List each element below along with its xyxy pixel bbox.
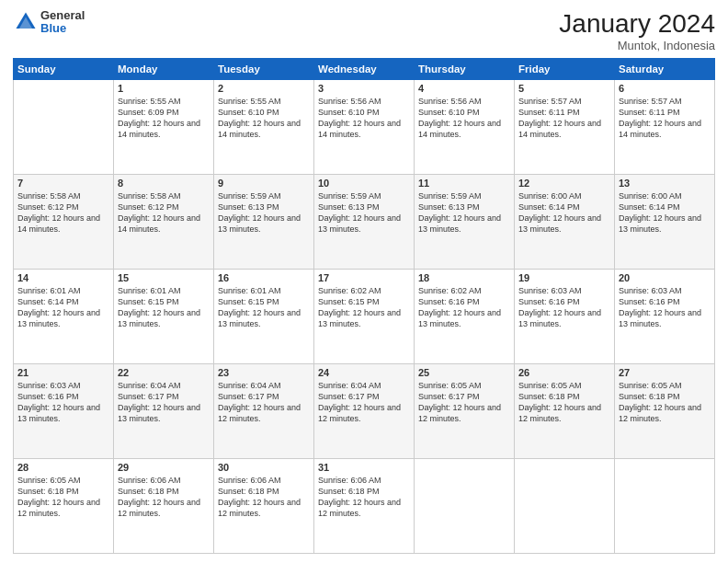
day-number: 4 [418,83,510,94]
day-cell: 28Sunrise: 6:05 AM Sunset: 6:18 PM Dayli… [14,459,114,554]
day-cell: 27Sunrise: 6:05 AM Sunset: 6:18 PM Dayli… [615,364,715,459]
day-number: 26 [518,367,610,378]
day-cell: 23Sunrise: 6:04 AM Sunset: 6:17 PM Dayli… [214,364,314,459]
day-info: Sunrise: 6:06 AM Sunset: 6:18 PM Dayligh… [218,475,310,520]
logo-text: General Blue [40,9,85,36]
day-info: Sunrise: 6:02 AM Sunset: 6:15 PM Dayligh… [318,285,410,330]
col-header-saturday: Saturday [615,59,715,80]
day-info: Sunrise: 5:55 AM Sunset: 6:10 PM Dayligh… [218,96,310,141]
day-cell: 29Sunrise: 6:06 AM Sunset: 6:18 PM Dayli… [114,459,214,554]
day-cell: 22Sunrise: 6:04 AM Sunset: 6:17 PM Dayli… [114,364,214,459]
page-container: General Blue January 2024 Muntok, Indone… [0,0,728,563]
day-info: Sunrise: 6:01 AM Sunset: 6:15 PM Dayligh… [118,285,210,330]
day-cell [615,459,715,554]
day-cell: 16Sunrise: 6:01 AM Sunset: 6:15 PM Dayli… [214,270,314,364]
day-cell: 19Sunrise: 6:03 AM Sunset: 6:16 PM Dayli… [515,270,615,364]
week-row-2: 7Sunrise: 5:58 AM Sunset: 6:12 PM Daylig… [14,175,715,270]
day-cell: 18Sunrise: 6:02 AM Sunset: 6:16 PM Dayli… [415,270,515,364]
header-row: SundayMondayTuesdayWednesdayThursdayFrid… [14,59,715,80]
day-info: Sunrise: 5:57 AM Sunset: 6:11 PM Dayligh… [518,96,610,141]
page-header: General Blue January 2024 Muntok, Indone… [13,9,715,52]
day-number: 31 [318,462,410,473]
day-cell: 4Sunrise: 5:56 AM Sunset: 6:10 PM Daylig… [415,80,515,175]
logo-icon [13,9,39,35]
day-number: 27 [619,367,711,378]
day-cell: 3Sunrise: 5:56 AM Sunset: 6:10 PM Daylig… [314,80,415,175]
day-info: Sunrise: 6:05 AM Sunset: 6:18 PM Dayligh… [518,380,610,425]
day-cell [515,459,615,554]
day-cell: 14Sunrise: 6:01 AM Sunset: 6:14 PM Dayli… [14,270,114,364]
col-header-thursday: Thursday [415,59,515,80]
day-info: Sunrise: 6:03 AM Sunset: 6:16 PM Dayligh… [619,285,711,330]
week-row-1: 1Sunrise: 5:55 AM Sunset: 6:09 PM Daylig… [14,80,715,175]
week-row-5: 28Sunrise: 6:05 AM Sunset: 6:18 PM Dayli… [14,459,715,554]
day-info: Sunrise: 6:03 AM Sunset: 6:16 PM Dayligh… [17,380,109,425]
day-info: Sunrise: 5:59 AM Sunset: 6:13 PM Dayligh… [318,190,410,236]
day-cell: 10Sunrise: 5:59 AM Sunset: 6:13 PM Dayli… [314,175,415,270]
calendar-table: SundayMondayTuesdayWednesdayThursdayFrid… [13,58,715,554]
day-info: Sunrise: 5:57 AM Sunset: 6:11 PM Dayligh… [619,96,711,141]
col-header-wednesday: Wednesday [314,59,415,80]
day-number: 8 [118,178,210,189]
col-header-monday: Monday [114,59,214,80]
day-number: 25 [418,367,510,378]
day-info: Sunrise: 6:01 AM Sunset: 6:14 PM Dayligh… [17,285,109,330]
day-number: 21 [17,367,109,378]
day-cell: 30Sunrise: 6:06 AM Sunset: 6:18 PM Dayli… [214,459,314,554]
day-number: 24 [318,367,410,378]
day-number: 12 [518,178,610,189]
day-number: 11 [418,178,510,189]
day-info: Sunrise: 5:56 AM Sunset: 6:10 PM Dayligh… [318,96,410,141]
day-cell: 21Sunrise: 6:03 AM Sunset: 6:16 PM Dayli… [14,364,114,459]
day-cell: 8Sunrise: 5:58 AM Sunset: 6:12 PM Daylig… [114,175,214,270]
col-header-tuesday: Tuesday [214,59,314,80]
day-number: 14 [17,272,109,283]
day-number: 7 [17,178,109,189]
day-number: 17 [318,272,410,283]
day-info: Sunrise: 5:59 AM Sunset: 6:13 PM Dayligh… [218,190,310,236]
week-row-3: 14Sunrise: 6:01 AM Sunset: 6:14 PM Dayli… [14,270,715,364]
day-cell: 1Sunrise: 5:55 AM Sunset: 6:09 PM Daylig… [114,80,214,175]
day-cell: 25Sunrise: 6:05 AM Sunset: 6:17 PM Dayli… [415,364,515,459]
day-info: Sunrise: 6:00 AM Sunset: 6:14 PM Dayligh… [619,190,711,236]
day-number: 5 [518,83,610,94]
day-number: 2 [218,83,310,94]
day-number: 3 [318,83,410,94]
day-cell: 11Sunrise: 5:59 AM Sunset: 6:13 PM Dayli… [415,175,515,270]
day-cell: 5Sunrise: 5:57 AM Sunset: 6:11 PM Daylig… [515,80,615,175]
day-number: 13 [619,178,711,189]
week-row-4: 21Sunrise: 6:03 AM Sunset: 6:16 PM Dayli… [14,364,715,459]
day-cell: 31Sunrise: 6:06 AM Sunset: 6:18 PM Dayli… [314,459,415,554]
day-info: Sunrise: 5:56 AM Sunset: 6:10 PM Dayligh… [418,96,510,141]
day-cell [14,80,114,175]
day-number: 6 [619,83,711,94]
day-number: 19 [518,272,610,283]
day-cell: 20Sunrise: 6:03 AM Sunset: 6:16 PM Dayli… [615,270,715,364]
day-cell: 6Sunrise: 5:57 AM Sunset: 6:11 PM Daylig… [615,80,715,175]
day-info: Sunrise: 6:05 AM Sunset: 6:18 PM Dayligh… [619,380,711,425]
day-info: Sunrise: 6:04 AM Sunset: 6:17 PM Dayligh… [218,380,310,425]
day-number: 9 [218,178,310,189]
day-number: 15 [118,272,210,283]
day-number: 20 [619,272,711,283]
day-info: Sunrise: 6:06 AM Sunset: 6:18 PM Dayligh… [318,475,410,520]
day-info: Sunrise: 6:04 AM Sunset: 6:17 PM Dayligh… [318,380,410,425]
day-number: 22 [118,367,210,378]
day-cell [415,459,515,554]
day-info: Sunrise: 5:55 AM Sunset: 6:09 PM Dayligh… [118,96,210,141]
main-title: January 2024 [559,9,715,39]
day-number: 18 [418,272,510,283]
col-header-sunday: Sunday [14,59,114,80]
logo-blue: Blue [40,22,85,35]
day-number: 30 [218,462,310,473]
day-info: Sunrise: 6:02 AM Sunset: 6:16 PM Dayligh… [418,285,510,330]
day-info: Sunrise: 6:06 AM Sunset: 6:18 PM Dayligh… [118,475,210,520]
day-info: Sunrise: 6:00 AM Sunset: 6:14 PM Dayligh… [518,190,610,236]
day-cell: 7Sunrise: 5:58 AM Sunset: 6:12 PM Daylig… [14,175,114,270]
day-number: 28 [17,462,109,473]
day-number: 16 [218,272,310,283]
day-cell: 17Sunrise: 6:02 AM Sunset: 6:15 PM Dayli… [314,270,415,364]
day-cell: 9Sunrise: 5:59 AM Sunset: 6:13 PM Daylig… [214,175,314,270]
day-info: Sunrise: 6:01 AM Sunset: 6:15 PM Dayligh… [218,285,310,330]
day-info: Sunrise: 6:03 AM Sunset: 6:16 PM Dayligh… [518,285,610,330]
